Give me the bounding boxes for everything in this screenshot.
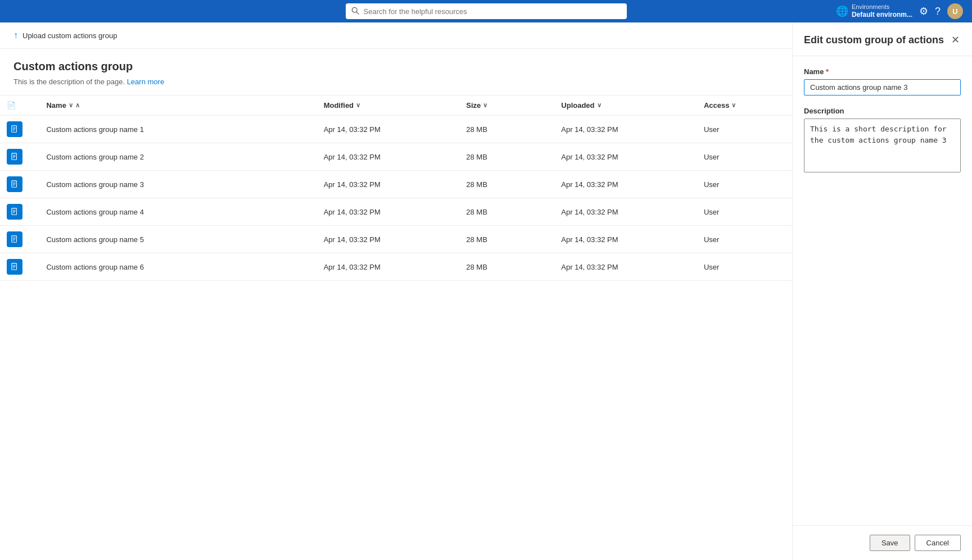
row-name: Custom actions group name 1 (39, 116, 317, 143)
table-row[interactable]: Custom actions group name 2 Apr 14, 03:3… (0, 143, 792, 171)
size-sort-icon: ∨ (483, 102, 487, 109)
row-modified: Apr 14, 03:32 PM (317, 226, 460, 253)
table-row[interactable]: Custom actions group name 6 Apr 14, 03:3… (0, 253, 792, 281)
file-icon (7, 176, 22, 192)
environment-icon: 🌐 (836, 5, 848, 17)
table-header-row: 📄 Name ∨ ∧ Modified ∨ (0, 95, 792, 116)
environment-text: Environments Default environm... (852, 3, 912, 19)
row-modified: Apr 14, 03:32 PM (317, 143, 460, 171)
description-label: Description (804, 107, 961, 115)
file-icon (7, 204, 22, 220)
file-icon (7, 259, 22, 275)
search-icon (351, 7, 359, 16)
file-icon (7, 149, 22, 165)
uploaded-sort-icon: ∨ (597, 102, 602, 109)
name-field-group: Name * (804, 67, 961, 95)
modified-sort-icon: ∨ (356, 102, 360, 109)
row-size: 28 MB (459, 253, 554, 281)
row-size: 28 MB (459, 226, 554, 253)
data-table: 📄 Name ∨ ∧ Modified ∨ (0, 95, 792, 281)
page-title: Custom actions group (13, 60, 779, 73)
sort-up-icon: ∧ (75, 102, 80, 109)
row-icon-cell (0, 226, 39, 253)
th-access[interactable]: Access ∨ (697, 95, 792, 116)
row-uploaded: Apr 14, 03:32 PM (554, 226, 697, 253)
row-modified: Apr 14, 03:32 PM (317, 171, 460, 198)
row-uploaded: Apr 14, 03:32 PM (554, 171, 697, 198)
row-modified: Apr 14, 03:32 PM (317, 116, 460, 143)
page-title-section: Custom actions group This is the descrip… (0, 49, 792, 95)
row-name: Custom actions group name 3 (39, 171, 317, 198)
row-access: User (697, 253, 792, 281)
row-name: Custom actions group name 6 (39, 253, 317, 281)
row-name: Custom actions group name 2 (39, 143, 317, 171)
environment-info[interactable]: 🌐 Environments Default environm... (836, 3, 912, 19)
th-icon: 📄 (0, 95, 39, 116)
row-modified: Apr 14, 03:32 PM (317, 198, 460, 226)
nav-right: 🌐 Environments Default environm... ⚙ ? U (836, 3, 963, 19)
help-button[interactable]: ? (935, 6, 941, 17)
avatar[interactable]: U (947, 3, 963, 19)
sort-down-icon: ∨ (69, 102, 73, 109)
table-row[interactable]: Custom actions group name 4 Apr 14, 03:3… (0, 198, 792, 226)
upload-icon: ↑ (13, 30, 18, 40)
th-size[interactable]: Size ∨ (459, 95, 554, 116)
table-row[interactable]: Custom actions group name 5 Apr 14, 03:3… (0, 226, 792, 253)
main-layout: ↑ Upload custom actions group Custom act… (0, 22, 972, 560)
cancel-button[interactable]: Cancel (915, 535, 961, 551)
row-access: User (697, 143, 792, 171)
doc-icon: 📄 (7, 101, 16, 110)
row-icon-cell (0, 143, 39, 171)
row-access: User (697, 226, 792, 253)
save-button[interactable]: Save (870, 535, 910, 551)
th-uploaded[interactable]: Uploaded ∨ (554, 95, 697, 116)
description-text: This is the description of the page. (13, 78, 125, 86)
row-modified: Apr 14, 03:32 PM (317, 253, 460, 281)
row-uploaded: Apr 14, 03:32 PM (554, 143, 697, 171)
environment-name: Default environm... (852, 11, 912, 19)
panel-header: Edit custom group of actions ✕ (793, 22, 972, 56)
panel-footer: Save Cancel (793, 525, 972, 560)
row-uploaded: Apr 14, 03:32 PM (554, 198, 697, 226)
close-button[interactable]: ✕ (950, 34, 961, 46)
right-panel: Edit custom group of actions ✕ Name * De… (792, 22, 972, 560)
table-body: Custom actions group name 1 Apr 14, 03:3… (0, 116, 792, 281)
row-icon-cell (0, 198, 39, 226)
search-input[interactable] (364, 7, 621, 16)
row-size: 28 MB (459, 198, 554, 226)
environment-label: Environments (852, 3, 912, 11)
page-description: This is the description of the page. Lea… (13, 78, 779, 86)
content-area: ↑ Upload custom actions group Custom act… (0, 22, 792, 560)
file-icon (7, 231, 22, 247)
th-name[interactable]: Name ∨ ∧ (39, 95, 317, 116)
upload-bar: ↑ Upload custom actions group (0, 22, 792, 49)
search-box[interactable] (346, 3, 627, 19)
settings-button[interactable]: ⚙ (919, 5, 928, 17)
name-label: Name * (804, 67, 961, 76)
required-star: * (826, 67, 829, 76)
top-nav: 🌐 Environments Default environm... ⚙ ? U (0, 0, 972, 22)
table-row[interactable]: Custom actions group name 3 Apr 14, 03:3… (0, 171, 792, 198)
row-size: 28 MB (459, 171, 554, 198)
th-size-label: Size (466, 101, 481, 110)
th-modified[interactable]: Modified ∨ (317, 95, 460, 116)
description-field-group: Description (804, 107, 961, 174)
panel-title: Edit custom group of actions (804, 34, 944, 47)
row-access: User (697, 198, 792, 226)
th-access-label: Access (704, 101, 730, 110)
panel-body: Name * Description (793, 56, 972, 525)
table-row[interactable]: Custom actions group name 1 Apr 14, 03:3… (0, 116, 792, 143)
learn-more-link[interactable]: Learn more (127, 78, 164, 86)
row-uploaded: Apr 14, 03:32 PM (554, 253, 697, 281)
description-input[interactable] (804, 119, 961, 172)
row-name: Custom actions group name 4 (39, 198, 317, 226)
row-icon-cell (0, 171, 39, 198)
name-input[interactable] (804, 79, 961, 95)
row-size: 28 MB (459, 143, 554, 171)
row-access: User (697, 171, 792, 198)
row-access: User (697, 116, 792, 143)
svg-line-1 (356, 12, 359, 14)
row-size: 28 MB (459, 116, 554, 143)
search-container (346, 3, 627, 19)
row-icon-cell (0, 116, 39, 143)
